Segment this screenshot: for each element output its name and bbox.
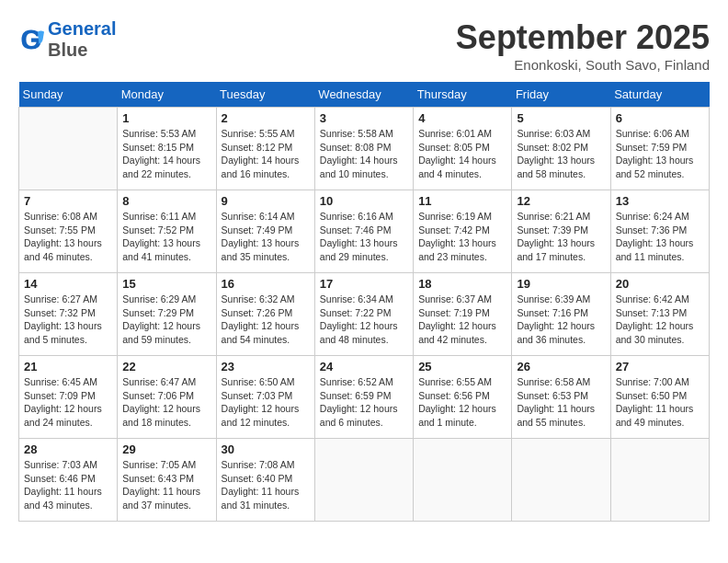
day-info: Sunrise: 6:50 AM Sunset: 7:03 PM Dayligh… xyxy=(222,375,310,430)
day-info: Sunrise: 6:37 AM Sunset: 7:19 PM Dayligh… xyxy=(418,293,506,347)
day-info: Sunrise: 6:55 AM Sunset: 6:56 PM Dayligh… xyxy=(418,375,506,430)
day-header-friday: Friday xyxy=(512,82,610,108)
day-number: 3 xyxy=(320,111,408,125)
calendar-cell: 20Sunrise: 6:42 AM Sunset: 7:13 PM Dayli… xyxy=(610,273,709,356)
day-number: 12 xyxy=(517,194,605,208)
day-number: 6 xyxy=(616,111,704,125)
day-info: Sunrise: 6:16 AM Sunset: 7:46 PM Dayligh… xyxy=(320,210,408,264)
day-info: Sunrise: 6:19 AM Sunset: 7:42 PM Dayligh… xyxy=(418,210,506,264)
calendar-cell: 1Sunrise: 5:53 AM Sunset: 8:15 PM Daylig… xyxy=(118,108,216,190)
day-info: Sunrise: 6:06 AM Sunset: 7:59 PM Dayligh… xyxy=(616,127,704,181)
week-row-4: 21Sunrise: 6:45 AM Sunset: 7:09 PM Dayli… xyxy=(19,356,710,439)
day-number: 22 xyxy=(122,360,210,373)
day-number: 24 xyxy=(320,360,408,373)
calendar-cell: 11Sunrise: 6:19 AM Sunset: 7:42 PM Dayli… xyxy=(414,190,512,273)
location: Enonkoski, South Savo, Finland xyxy=(456,57,710,73)
page-header: General Blue September 2025 Enonkoski, S… xyxy=(18,18,710,73)
day-info: Sunrise: 6:58 AM Sunset: 6:53 PM Dayligh… xyxy=(517,375,605,430)
day-number: 18 xyxy=(418,277,506,291)
day-info: Sunrise: 7:03 AM Sunset: 6:46 PM Dayligh… xyxy=(24,458,112,512)
day-number: 5 xyxy=(517,111,605,125)
calendar-cell: 28Sunrise: 7:03 AM Sunset: 6:46 PM Dayli… xyxy=(19,439,118,522)
day-number: 30 xyxy=(222,442,310,456)
day-number: 26 xyxy=(517,360,605,373)
day-info: Sunrise: 6:52 AM Sunset: 6:59 PM Dayligh… xyxy=(320,375,408,430)
day-number: 1 xyxy=(122,111,210,125)
calendar-cell: 29Sunrise: 7:05 AM Sunset: 6:43 PM Dayli… xyxy=(118,439,216,522)
calendar-table: SundayMondayTuesdayWednesdayThursdayFrid… xyxy=(18,82,710,522)
calendar-cell xyxy=(314,439,413,522)
calendar-cell: 2Sunrise: 5:55 AM Sunset: 8:12 PM Daylig… xyxy=(216,108,314,190)
logo-icon xyxy=(18,27,44,52)
day-info: Sunrise: 6:03 AM Sunset: 8:02 PM Dayligh… xyxy=(517,127,605,181)
day-header-sunday: Sunday xyxy=(19,82,118,108)
day-header-tuesday: Tuesday xyxy=(216,82,314,108)
day-header-saturday: Saturday xyxy=(610,82,709,108)
calendar-cell xyxy=(512,439,610,522)
calendar-cell: 13Sunrise: 6:24 AM Sunset: 7:36 PM Dayli… xyxy=(610,190,709,273)
day-info: Sunrise: 6:27 AM Sunset: 7:32 PM Dayligh… xyxy=(24,293,112,347)
day-info: Sunrise: 7:05 AM Sunset: 6:43 PM Dayligh… xyxy=(122,458,210,512)
calendar-cell: 3Sunrise: 5:58 AM Sunset: 8:08 PM Daylig… xyxy=(314,108,413,190)
calendar-cell: 16Sunrise: 6:32 AM Sunset: 7:26 PM Dayli… xyxy=(216,273,314,356)
day-number: 11 xyxy=(418,194,506,208)
calendar-cell: 9Sunrise: 6:14 AM Sunset: 7:49 PM Daylig… xyxy=(216,190,314,273)
calendar-cell: 19Sunrise: 6:39 AM Sunset: 7:16 PM Dayli… xyxy=(512,273,610,356)
day-info: Sunrise: 6:21 AM Sunset: 7:39 PM Dayligh… xyxy=(517,210,605,264)
day-number: 20 xyxy=(616,277,704,291)
day-header-thursday: Thursday xyxy=(414,82,512,108)
calendar-cell: 7Sunrise: 6:08 AM Sunset: 7:55 PM Daylig… xyxy=(19,190,118,273)
day-info: Sunrise: 6:45 AM Sunset: 7:09 PM Dayligh… xyxy=(24,375,112,430)
day-info: Sunrise: 6:32 AM Sunset: 7:26 PM Dayligh… xyxy=(222,293,310,347)
day-number: 4 xyxy=(418,111,506,125)
calendar-cell: 22Sunrise: 6:47 AM Sunset: 7:06 PM Dayli… xyxy=(118,356,216,439)
day-header-monday: Monday xyxy=(118,82,216,108)
day-info: Sunrise: 7:08 AM Sunset: 6:40 PM Dayligh… xyxy=(222,458,310,512)
day-number: 16 xyxy=(222,277,310,291)
calendar-cell: 18Sunrise: 6:37 AM Sunset: 7:19 PM Dayli… xyxy=(414,273,512,356)
calendar-cell: 21Sunrise: 6:45 AM Sunset: 7:09 PM Dayli… xyxy=(19,356,118,439)
day-info: Sunrise: 6:14 AM Sunset: 7:49 PM Dayligh… xyxy=(222,210,310,264)
day-number: 9 xyxy=(222,194,310,208)
logo-text: General Blue xyxy=(48,18,116,61)
day-info: Sunrise: 6:39 AM Sunset: 7:16 PM Dayligh… xyxy=(517,293,605,347)
calendar-cell: 24Sunrise: 6:52 AM Sunset: 6:59 PM Dayli… xyxy=(314,356,413,439)
day-number: 15 xyxy=(122,277,210,291)
calendar-cell xyxy=(610,439,709,522)
day-number: 21 xyxy=(24,360,112,373)
calendar-cell: 23Sunrise: 6:50 AM Sunset: 7:03 PM Dayli… xyxy=(216,356,314,439)
week-row-5: 28Sunrise: 7:03 AM Sunset: 6:46 PM Dayli… xyxy=(19,439,710,522)
calendar-cell: 27Sunrise: 7:00 AM Sunset: 6:50 PM Dayli… xyxy=(610,356,709,439)
calendar-header-row: SundayMondayTuesdayWednesdayThursdayFrid… xyxy=(19,82,710,108)
week-row-1: 1Sunrise: 5:53 AM Sunset: 8:15 PM Daylig… xyxy=(19,108,710,190)
day-number: 19 xyxy=(517,277,605,291)
day-number: 27 xyxy=(616,360,704,373)
day-number: 14 xyxy=(24,277,112,291)
title-block: September 2025 Enonkoski, South Savo, Fi… xyxy=(456,18,710,73)
calendar-cell: 12Sunrise: 6:21 AM Sunset: 7:39 PM Dayli… xyxy=(512,190,610,273)
calendar-cell: 17Sunrise: 6:34 AM Sunset: 7:22 PM Dayli… xyxy=(314,273,413,356)
day-number: 29 xyxy=(122,442,210,456)
day-number: 13 xyxy=(616,194,704,208)
day-info: Sunrise: 6:08 AM Sunset: 7:55 PM Dayligh… xyxy=(24,210,112,264)
day-number: 7 xyxy=(24,194,112,208)
calendar-cell: 15Sunrise: 6:29 AM Sunset: 7:29 PM Dayli… xyxy=(118,273,216,356)
day-info: Sunrise: 6:24 AM Sunset: 7:36 PM Dayligh… xyxy=(616,210,704,264)
day-number: 8 xyxy=(122,194,210,208)
calendar-cell: 4Sunrise: 6:01 AM Sunset: 8:05 PM Daylig… xyxy=(414,108,512,190)
day-info: Sunrise: 6:34 AM Sunset: 7:22 PM Dayligh… xyxy=(320,293,408,347)
day-info: Sunrise: 5:55 AM Sunset: 8:12 PM Dayligh… xyxy=(222,127,310,181)
day-number: 23 xyxy=(222,360,310,373)
calendar-cell: 26Sunrise: 6:58 AM Sunset: 6:53 PM Dayli… xyxy=(512,356,610,439)
day-info: Sunrise: 6:29 AM Sunset: 7:29 PM Dayligh… xyxy=(122,293,210,347)
day-header-wednesday: Wednesday xyxy=(314,82,413,108)
day-number: 25 xyxy=(418,360,506,373)
calendar-cell: 6Sunrise: 6:06 AM Sunset: 7:59 PM Daylig… xyxy=(610,108,709,190)
day-number: 17 xyxy=(320,277,408,291)
day-info: Sunrise: 6:01 AM Sunset: 8:05 PM Dayligh… xyxy=(418,127,506,181)
calendar-cell xyxy=(414,439,512,522)
day-info: Sunrise: 6:42 AM Sunset: 7:13 PM Dayligh… xyxy=(616,293,704,347)
day-number: 28 xyxy=(24,442,112,456)
calendar-cell: 14Sunrise: 6:27 AM Sunset: 7:32 PM Dayli… xyxy=(19,273,118,356)
week-row-3: 14Sunrise: 6:27 AM Sunset: 7:32 PM Dayli… xyxy=(19,273,710,356)
